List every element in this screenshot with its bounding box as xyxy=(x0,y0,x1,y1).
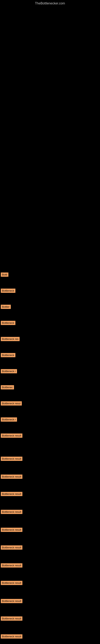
bottleneck-label: Bottleneck result xyxy=(1,634,22,638)
list-item: Bottleneck result xyxy=(0,433,22,438)
bottleneck-label: Bottleneck resul xyxy=(1,401,22,406)
bottleneck-label: Bottlenec xyxy=(1,385,14,390)
list-item: Bottleneck res xyxy=(0,336,20,342)
list-item: Bottler xyxy=(0,304,11,310)
bottleneck-label: Bottleneck xyxy=(1,321,15,325)
list-item: Bottleneck result xyxy=(0,474,22,480)
bottleneck-label: Bottleneck result xyxy=(1,474,22,479)
list-item: Bottleneck result xyxy=(0,509,22,515)
list-item: Bottleneck result xyxy=(0,598,22,604)
bottleneck-label: Bottleneck result xyxy=(1,528,22,532)
list-item: Bottl xyxy=(0,272,8,278)
bottleneck-label: Bottleneck r xyxy=(1,418,17,422)
list-item: Bottleneck xyxy=(0,320,15,326)
list-item: Bottleneck result xyxy=(0,562,22,568)
site-title: TheBottlenecker.com xyxy=(0,0,100,6)
bottleneck-label: Bottler xyxy=(1,305,11,309)
list-item: Bottleneck r xyxy=(0,416,17,422)
list-item: Bottleneck result xyxy=(0,580,22,586)
bottleneck-label: Bottleneck r xyxy=(1,369,17,373)
bottleneck-label: Bottleneck result xyxy=(1,616,22,621)
bottleneck-label: Bottleneck result xyxy=(1,563,22,568)
list-item: Bottleneck r xyxy=(0,368,17,374)
bottleneck-label: Bottleneck result xyxy=(1,457,22,461)
bottleneck-label: Bottleneck result xyxy=(1,546,22,550)
list-item: Bottleneck result xyxy=(0,616,22,622)
list-item: Bottleneck result xyxy=(0,456,22,462)
list-item: Bottleneck result xyxy=(0,544,22,550)
list-item: Bottleneck result xyxy=(0,491,22,497)
bottleneck-label: Bottleneck res xyxy=(1,337,20,341)
list-item: Bottleneck xyxy=(0,352,15,358)
bottleneck-label: Bottleneck result xyxy=(1,599,22,603)
bottleneck-label: Bottleneck result xyxy=(1,434,22,438)
bottleneck-label: Bottleneck result xyxy=(1,581,22,585)
bottleneck-label: Bottleneck xyxy=(1,353,15,357)
bottleneck-label: Bottleneck result xyxy=(1,510,22,514)
list-item: Bottleneck result xyxy=(0,527,22,533)
list-item: Bottleneck xyxy=(0,288,15,294)
list-item: Bottlenec xyxy=(0,384,14,390)
bottleneck-label: Bottleneck xyxy=(1,288,15,293)
bottleneck-label: Bottleneck result xyxy=(1,492,22,496)
bottleneck-label: Bottl xyxy=(1,272,8,277)
list-item: Bottleneck result xyxy=(0,634,22,639)
list-item: Bottleneck resul xyxy=(0,400,22,406)
